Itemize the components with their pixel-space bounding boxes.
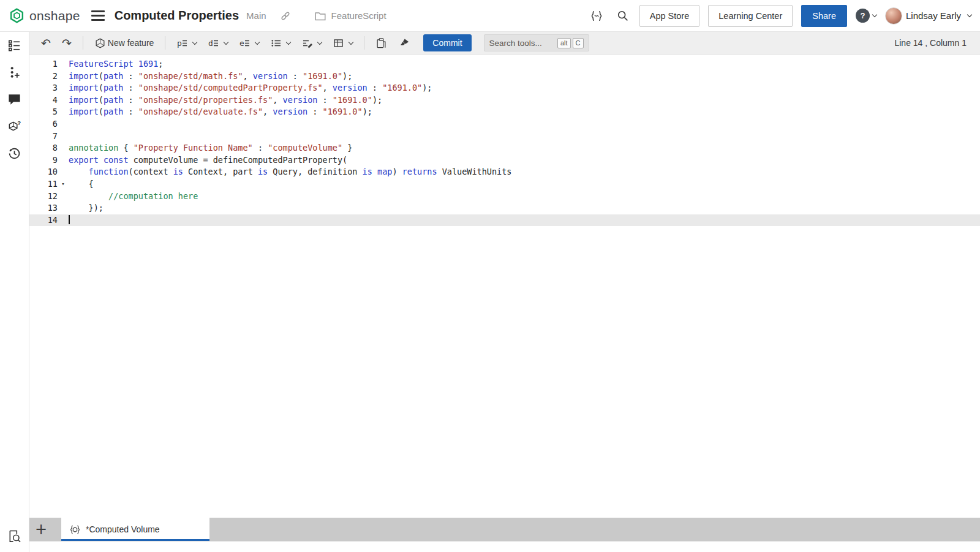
redo-icon: ↷	[62, 37, 72, 49]
learning-center-button[interactable]: Learning Center	[708, 5, 793, 27]
main-menu-icon[interactable]	[91, 10, 105, 21]
onshape-logo[interactable]: onshape	[9, 7, 80, 24]
code-line[interactable]: 3import(path : "onshape/std/computedPart…	[29, 82, 980, 94]
code-text: import(path : "onshape/std/properties.fs…	[69, 94, 382, 107]
line-number: 9	[29, 154, 69, 167]
chevron-down-icon	[224, 39, 228, 44]
format-brush-icon	[398, 37, 410, 49]
code-line[interactable]: 7	[29, 130, 980, 143]
bottom-strip	[29, 541, 980, 552]
code-tool-dropdown-parameter[interactable]: p	[172, 36, 201, 51]
undo-button[interactable]: ↶	[37, 36, 55, 51]
user-menu[interactable]: Lindsay Early	[885, 7, 971, 25]
code-line[interactable]: 5import(path : "onshape/std/evaluate.fs"…	[29, 106, 980, 118]
code-line[interactable]: 12 //computation here	[29, 191, 980, 203]
search-document-icon[interactable]	[7, 529, 21, 543]
line-number: 1	[29, 58, 69, 70]
code-line[interactable]: 13 });	[29, 202, 980, 214]
workspace-label[interactable]: Main	[246, 10, 266, 21]
paste-button[interactable]	[371, 36, 391, 51]
line-number: 6	[29, 118, 69, 130]
context-label: FeatureScript	[331, 10, 386, 21]
help-menu[interactable]: ?	[856, 9, 876, 23]
code-line[interactable]: 2import(path : "onshape/std/math.fs", ve…	[29, 70, 980, 83]
app-store-button[interactable]: App Store	[639, 5, 700, 27]
shortcut-key-c: C	[573, 38, 584, 48]
featurescript-code-icon[interactable]	[587, 7, 606, 25]
code-text: annotation { "Property Function Name" : …	[69, 142, 352, 154]
onshape-app: onshape Computed Properties Main Feature…	[0, 0, 980, 552]
code-text: FeatureScript 1691;	[69, 58, 163, 70]
history-icon[interactable]	[7, 146, 21, 161]
tab-computed-volume[interactable]: *Computed Volume	[61, 518, 209, 541]
document-context[interactable]: FeatureScript	[314, 10, 386, 21]
code-tool-dropdown-snippet[interactable]	[266, 36, 295, 51]
onshape-logo-icon	[9, 7, 25, 24]
cube-icon	[94, 37, 106, 49]
toolbar-divider	[165, 36, 165, 50]
folder-icon	[314, 10, 326, 21]
chevron-down-icon	[317, 39, 322, 44]
code-lines: 1FeatureScript 1691;2import(path : "onsh…	[29, 58, 980, 226]
header-actions: App Store Learning Center Share ? Lindsa…	[587, 5, 971, 27]
line-number: 2	[29, 70, 69, 83]
code-line[interactable]: 8annotation { "Property Function Name" :…	[29, 142, 980, 154]
code-line[interactable]: 10 function(context is Context, part is …	[29, 166, 980, 178]
code-line[interactable]: 4import(path : "onshape/std/properties.f…	[29, 94, 980, 107]
code-line[interactable]: 14	[29, 214, 980, 227]
share-button[interactable]: Share	[801, 5, 847, 27]
feature-list-icon[interactable]	[7, 39, 21, 53]
line-number: 7	[29, 130, 69, 143]
chevron-down-icon	[967, 12, 972, 17]
comments-icon[interactable]	[7, 93, 21, 107]
pencil-lines-icon	[301, 37, 313, 49]
chevron-down-icon	[872, 12, 877, 17]
code-tool-dropdown-edit[interactable]	[297, 36, 326, 51]
search-tools-placeholder: Search tools...	[489, 39, 542, 48]
new-tab-button[interactable]: +	[29, 518, 53, 541]
line-number: 3	[29, 82, 69, 94]
redo-button[interactable]: ↷	[58, 36, 76, 51]
add-item-icon[interactable]	[7, 66, 21, 80]
letter-e-icon: e	[239, 39, 244, 48]
code-text: //computation here	[69, 191, 198, 203]
code-line[interactable]: 11▾ {	[29, 178, 980, 191]
text-cursor	[69, 215, 70, 224]
format-code-button[interactable]	[394, 36, 415, 51]
code-tool-dropdown-table[interactable]	[328, 36, 357, 51]
bottom-tab-bar: + *Computed Volume	[29, 518, 980, 541]
fold-marker-icon[interactable]: ▾	[58, 178, 69, 191]
code-tool-dropdown-definition[interactable]: d	[203, 36, 232, 51]
help-cube-icon[interactable]: ?	[7, 119, 21, 134]
line-number: 4	[29, 94, 69, 107]
avatar	[885, 7, 902, 25]
chevron-down-icon	[255, 39, 260, 44]
commit-button[interactable]: Commit	[423, 34, 471, 51]
line-number: 14	[29, 214, 69, 227]
chevron-down-icon	[192, 39, 197, 44]
code-line[interactable]: 1FeatureScript 1691;	[29, 58, 980, 70]
code-text: {	[69, 178, 94, 191]
letter-p-icon: p	[177, 39, 182, 48]
tab-label: *Computed Volume	[86, 524, 160, 534]
document-title[interactable]: Computed Properties	[115, 9, 239, 23]
code-tool-dropdown-enum[interactable]: e	[235, 36, 263, 51]
line-number: 5	[29, 106, 69, 118]
onshape-logo-text: onshape	[29, 9, 80, 23]
code-text: function(context is Context, part is Que…	[69, 166, 511, 178]
line-number: 8	[29, 142, 69, 154]
new-feature-button[interactable]: New feature	[90, 36, 158, 51]
search-tools-input[interactable]: Search tools... alt C	[484, 34, 589, 51]
code-line[interactable]: 6	[29, 118, 980, 130]
code-line[interactable]: 9export const computeVolume = defineComp…	[29, 154, 980, 167]
chevron-down-icon	[349, 39, 353, 44]
featurescript-tab-icon	[69, 524, 81, 535]
chevron-down-icon	[286, 39, 291, 44]
user-name: Lindsay Early	[906, 10, 961, 21]
line-number: 11▾	[29, 178, 69, 191]
code-editor[interactable]: 1FeatureScript 1691;2import(path : "onsh…	[29, 55, 980, 518]
share-link-icon[interactable]	[277, 8, 293, 24]
code-text: import(path : "onshape/std/math.fs", ver…	[69, 70, 352, 83]
search-icon[interactable]	[614, 7, 631, 24]
code-text: export const computeVolume = defineCompu…	[69, 154, 347, 167]
